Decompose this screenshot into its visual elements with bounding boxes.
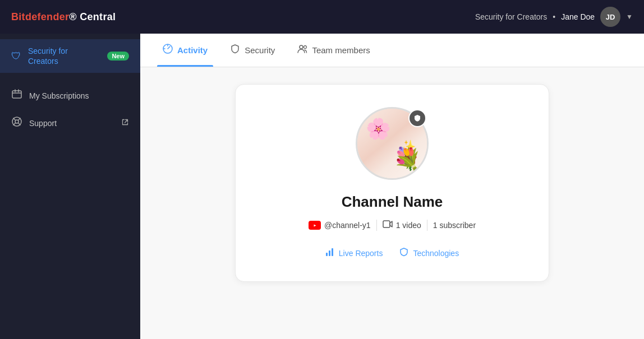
channel-subscriber-count: 1 subscriber xyxy=(433,221,476,230)
chevron-down-icon[interactable]: ▼ xyxy=(626,13,633,21)
main-content: 🌸 🌹 ✨ Channel Name xyxy=(140,67,644,339)
channel-avatar-wrapper: 🌸 🌹 ✨ xyxy=(356,107,429,180)
sidebar-label-support: Support xyxy=(29,118,114,128)
svg-point-2 xyxy=(15,120,19,123)
channel-handle: @channel-y1 xyxy=(324,221,371,230)
svg-point-5 xyxy=(304,46,307,49)
tab-team-label: Team members xyxy=(312,45,370,55)
channel-video-count: 1 video xyxy=(396,221,421,230)
shield-icon: 🛡 xyxy=(11,50,21,62)
team-icon xyxy=(297,44,307,57)
tab-activity-label: Activity xyxy=(177,45,208,55)
channel-name: Channel Name xyxy=(342,193,443,211)
topbar-username: Jane Doe xyxy=(561,12,595,21)
activity-icon xyxy=(163,44,173,57)
user-avatar[interactable]: JD xyxy=(600,7,620,27)
live-reports-label: Live Reports xyxy=(339,249,383,258)
sidebar-label-subscriptions: My Subscriptions xyxy=(29,91,129,101)
channel-actions: Live Reports Technologies xyxy=(325,248,459,259)
subscriptions-icon xyxy=(11,89,22,103)
external-link-icon xyxy=(121,118,129,128)
svg-rect-0 xyxy=(12,91,21,98)
technologies-label: Technologies xyxy=(413,249,459,258)
content-area: Activity Security xyxy=(140,34,644,339)
topbar-separator: • xyxy=(553,12,555,21)
sidebar-item-support[interactable]: Support xyxy=(0,109,140,137)
svg-rect-6 xyxy=(383,221,390,227)
tab-security-label: Security xyxy=(245,45,275,55)
sidebar-item-security-for-creators[interactable]: 🛡 Security forCreators New xyxy=(0,39,140,73)
channel-subscriber-item: 1 subscriber xyxy=(433,221,476,230)
channel-shield-badge xyxy=(408,109,426,127)
chart-icon xyxy=(325,248,334,259)
channel-card: 🌸 🌹 ✨ Channel Name xyxy=(235,84,549,282)
topbar-right: Security for Creators • Jane Doe JD ▼ xyxy=(475,7,633,27)
youtube-icon xyxy=(309,221,321,230)
technologies-button[interactable]: Technologies xyxy=(399,248,459,259)
sidebar: 🛡 Security forCreators New My Subscripti… xyxy=(0,34,140,339)
tab-team-members[interactable]: Team members xyxy=(292,34,375,67)
channel-video-item: 1 video xyxy=(383,220,421,230)
support-icon xyxy=(11,116,22,130)
svg-rect-8 xyxy=(329,250,330,256)
tabs-bar: Activity Security xyxy=(140,34,644,67)
svg-rect-9 xyxy=(332,248,333,256)
app-logo: Bitdefender® Central xyxy=(11,11,116,23)
tab-activity[interactable]: Activity xyxy=(157,34,213,67)
avatar-initials: JD xyxy=(606,13,615,21)
meta-divider-1 xyxy=(376,220,377,231)
meta-divider-2 xyxy=(427,220,427,231)
svg-point-4 xyxy=(300,45,303,49)
channel-handle-item: @channel-y1 xyxy=(309,221,371,230)
tab-security[interactable]: Security xyxy=(224,34,280,67)
video-icon xyxy=(383,220,393,230)
logo-brand: Bitdefender xyxy=(11,11,69,22)
svg-rect-7 xyxy=(326,253,328,256)
channel-meta: @channel-y1 1 video xyxy=(309,220,476,231)
sidebar-item-my-subscriptions[interactable]: My Subscriptions xyxy=(0,82,140,109)
sidebar-label-security-for-creators: Security forCreators xyxy=(28,46,100,66)
live-reports-button[interactable]: Live Reports xyxy=(325,248,383,259)
main-layout: 🛡 Security forCreators New My Subscripti… xyxy=(0,34,644,339)
technologies-shield-icon xyxy=(399,248,408,259)
topbar: Bitdefender® Central Security for Creato… xyxy=(0,0,644,34)
sidebar-new-badge: New xyxy=(107,52,129,61)
topbar-org: Security for Creators xyxy=(475,12,547,21)
shield-tab-icon xyxy=(230,44,240,57)
